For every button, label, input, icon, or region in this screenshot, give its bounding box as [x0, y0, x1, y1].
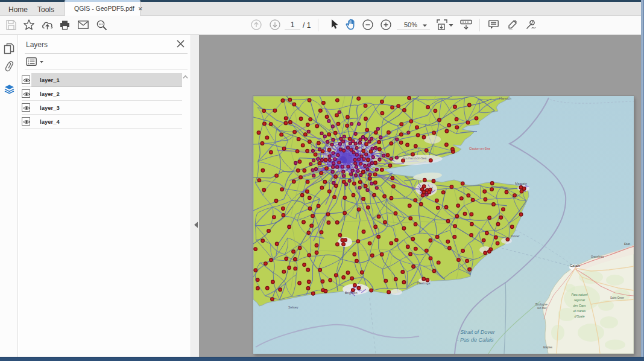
- svg-text:des Caps: des Caps: [573, 304, 586, 307]
- svg-text:Southend-on-Sea: Southend-on-Sea: [403, 156, 426, 160]
- svg-text:d'Opale: d'Opale: [574, 315, 584, 318]
- svg-text:Dover: Dover: [511, 234, 520, 238]
- svg-text:Boulogne-: Boulogne-: [535, 303, 548, 306]
- svg-text:sur-Mer: sur-Mer: [537, 307, 547, 310]
- svg-text:Calais: Calais: [570, 264, 580, 267]
- svg-text:Hastings: Hastings: [417, 281, 431, 285]
- svg-text:régional: régional: [574, 298, 586, 302]
- svg-text:Etaples: Etaples: [543, 346, 553, 349]
- svg-text:Gravelines: Gravelines: [591, 255, 604, 258]
- svg-text:- Pas de Calais: - Pas de Calais: [456, 337, 494, 343]
- svg-text:Selsey: Selsey: [288, 305, 298, 309]
- svg-text:Brighton: Brighton: [345, 291, 358, 295]
- svg-text:Dun: Dun: [624, 242, 630, 246]
- svg-text:Harwich: Harwich: [499, 97, 511, 100]
- svg-text:Strait of Dover: Strait of Dover: [460, 329, 496, 335]
- svg-text:Clacton-on-Sea: Clacton-on-Sea: [469, 147, 490, 150]
- svg-text:Parc naturel: Parc naturel: [572, 293, 589, 296]
- svg-text:Margate: Margate: [515, 182, 527, 185]
- svg-text:Saint-Omer: Saint-Omer: [610, 296, 625, 299]
- svg-text:et marais: et marais: [573, 309, 586, 313]
